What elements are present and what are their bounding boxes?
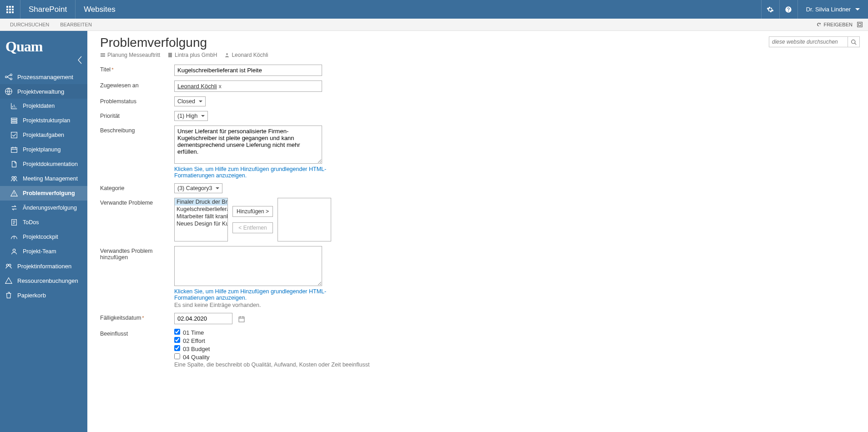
- svg-rect-18: [11, 132, 17, 138]
- section-name[interactable]: Websites: [75, 0, 124, 19]
- nav-meeting-management[interactable]: Meeting Management: [0, 171, 87, 186]
- svg-rect-9: [858, 22, 863, 27]
- svg-point-23: [13, 249, 15, 251]
- nav-label: Projektdaten: [23, 103, 55, 109]
- nav-label: ToDos: [23, 219, 39, 226]
- svg-point-20: [12, 176, 14, 179]
- chevron-left-icon: [76, 55, 83, 65]
- svg-rect-8: [12, 11, 14, 13]
- waffle-icon: [6, 6, 14, 13]
- help-link-beschreibung[interactable]: Klicken Sie, um Hilfe zum Hinzufügen gru…: [174, 166, 329, 179]
- search-button[interactable]: [848, 37, 859, 47]
- share-button[interactable]: FREIGEBEN: [816, 22, 853, 27]
- chk-time[interactable]: 01 Time: [174, 329, 510, 336]
- nav-projektcockpit[interactable]: Projektcockpit: [0, 230, 87, 244]
- list-option[interactable]: Neues Design für Kugelschreiber: [175, 220, 227, 227]
- list-option[interactable]: Finaler Druck der Broschüren: [175, 198, 227, 206]
- nav-projektinformationen[interactable]: Projektinformationen: [0, 259, 87, 273]
- focus-icon: [857, 21, 863, 28]
- textarea-beschreibung[interactable]: [174, 126, 322, 164]
- resource-icon: [5, 276, 13, 285]
- todo-icon: [10, 218, 18, 226]
- ribbon-tab-browse[interactable]: DURCHSUCHEN: [5, 19, 55, 31]
- nav-todos[interactable]: ToDos: [0, 215, 87, 230]
- suite-bar-right: Dr. Silvia Lindner: [761, 0, 868, 19]
- suite-bar-left: SharePoint Websites: [0, 0, 124, 19]
- remove-button[interactable]: < Entfernen: [232, 222, 273, 233]
- list-option[interactable]: Kugelschreiberlieferant: [175, 206, 227, 213]
- textarea-verwandtes[interactable]: [174, 246, 322, 286]
- label-verwandte: Verwandte Probleme: [100, 198, 174, 206]
- crumb-company[interactable]: Lintra plus GmbH: [167, 52, 217, 58]
- user-menu[interactable]: Dr. Silvia Lindner: [797, 0, 868, 19]
- focus-button[interactable]: [855, 20, 864, 29]
- input-titel[interactable]: [174, 65, 322, 76]
- trash-icon: [5, 291, 13, 299]
- beeinflusst-note: Eine Spalte, die beschreibt ob Qualität,…: [174, 362, 510, 368]
- team-icon: [10, 247, 18, 256]
- crumb-list[interactable]: Planung Messeauftritt: [100, 52, 160, 58]
- listbox-available[interactable]: Finaler Druck der Broschüren Kugelschrei…: [174, 198, 228, 241]
- sidebar-collapse-button[interactable]: [76, 55, 83, 66]
- help-link-verwandtes[interactable]: Klicken Sie, um Hilfe zum Hinzufügen gru…: [174, 288, 329, 301]
- document-icon: [10, 160, 18, 168]
- nav-projektplanung[interactable]: Projektplanung: [0, 142, 87, 157]
- nav-label: Prozessmanagement: [17, 74, 73, 80]
- help-button[interactable]: [779, 0, 797, 19]
- nav-label: Projektverwaltung: [17, 88, 64, 95]
- svg-rect-28: [101, 56, 105, 57]
- app-launcher-button[interactable]: [0, 0, 20, 19]
- people-chip[interactable]: Leonard Köchli: [177, 83, 217, 90]
- checkbox-group-beeinflusst: 01 Time 02 Effort 03 Budget 04 Quality E…: [174, 329, 510, 368]
- chk-quality[interactable]: 04 Quality: [174, 353, 510, 361]
- list-option[interactable]: Mitarbeiter fällt krank: [175, 213, 227, 220]
- building-icon: [167, 52, 173, 58]
- nav-problemverfolgung[interactable]: Problemverfolgung: [0, 186, 87, 201]
- svg-point-12: [10, 74, 12, 76]
- svg-rect-15: [11, 118, 17, 120]
- listbox-selected[interactable]: [278, 198, 331, 241]
- share-label: FREIGEBEN: [823, 22, 853, 27]
- nav-prozessmanagement[interactable]: Prozessmanagement: [0, 70, 87, 84]
- ribbon-tab-edit[interactable]: BEARBEITEN: [55, 19, 97, 31]
- chk-effort[interactable]: 02 Effort: [174, 337, 510, 344]
- nav-projektdaten[interactable]: Projektdaten: [0, 99, 87, 113]
- nav-papierkorb[interactable]: Papierkorb: [0, 288, 87, 302]
- nav-projektdokumentation[interactable]: Projektdokumentation: [0, 157, 87, 171]
- nav-aenderungsverfolgung[interactable]: Änderungsverfolgung: [0, 201, 87, 215]
- nav-label: Projektdokumentation: [23, 161, 78, 167]
- crumb-person[interactable]: Leonard Köchli: [224, 52, 268, 58]
- people-picker[interactable]: Leonard Köchli x: [174, 80, 322, 92]
- label-faellig: Fälligkeitsdatum*: [100, 313, 174, 321]
- people-chip-remove[interactable]: x: [219, 83, 222, 90]
- svg-rect-31: [239, 317, 244, 322]
- svg-rect-4: [9, 9, 11, 10]
- select-status[interactable]: Closed: [174, 96, 206, 106]
- label-beschreibung: Beschreibung: [100, 126, 174, 134]
- settings-button[interactable]: [761, 0, 779, 19]
- product-name[interactable]: SharePoint: [20, 0, 75, 19]
- chevron-down-icon: [855, 7, 860, 12]
- nav-ressourcenbuchungen[interactable]: Ressourcenbuchungen: [0, 273, 87, 288]
- nav-label: Projektinformationen: [17, 263, 71, 270]
- select-prio[interactable]: (1) High: [174, 111, 208, 121]
- nav-projektaufgaben[interactable]: Projektaufgaben: [0, 128, 87, 142]
- question-icon: [785, 6, 792, 13]
- datepicker-button[interactable]: [237, 315, 246, 324]
- nav-projekt-team[interactable]: Projekt-Team: [0, 244, 87, 259]
- nav-projektstrukturplan[interactable]: Projektstrukturplan: [0, 113, 87, 128]
- search-input[interactable]: [769, 39, 848, 45]
- chk-budget[interactable]: 03 Budget: [174, 345, 510, 352]
- nav-label: Projektplanung: [23, 146, 61, 153]
- suite-bar: SharePoint Websites Dr. Silvia Lindner: [0, 0, 868, 19]
- crumb-label: Planung Messeauftritt: [107, 52, 160, 58]
- select-kategorie[interactable]: (3) Category3: [174, 183, 222, 193]
- nav-label: Meeting Management: [23, 176, 78, 182]
- svg-point-30: [226, 53, 228, 55]
- svg-point-21: [14, 176, 16, 179]
- add-button[interactable]: Hinzufügen >: [232, 206, 273, 217]
- nav-projektverwaltung[interactable]: Projektverwaltung: [0, 84, 87, 99]
- structure-icon: [10, 116, 18, 125]
- svg-rect-5: [12, 9, 14, 10]
- input-faellig[interactable]: [174, 313, 232, 324]
